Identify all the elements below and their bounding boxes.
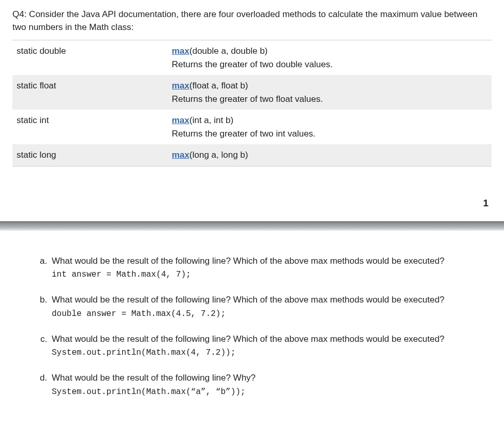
method-signature: (float a, float b) (189, 81, 248, 90)
subquestion-text: What would be the result of the followin… (52, 295, 444, 305)
method-link[interactable]: max (172, 150, 189, 160)
method-cell: max(float a, float b) Returns the greate… (168, 75, 492, 110)
table-row: static double max(double a, double b) Re… (12, 40, 492, 75)
subquestion-b: What would be the result of the followin… (50, 293, 492, 320)
table-row: static float max(float a, float b) Retur… (12, 75, 492, 110)
method-signature: (long a, long b) (189, 150, 248, 160)
method-signature: (int a, int b) (189, 115, 233, 125)
method-link[interactable]: max (172, 81, 189, 90)
subquestion-text: What would be the result of the followin… (52, 334, 444, 344)
modifier-cell: static double (12, 40, 168, 75)
modifier-cell: static int (12, 110, 168, 144)
table-row: static int max(int a, int b) Returns the… (12, 110, 492, 144)
subquestion-text: What would be the result of the followin… (52, 373, 256, 383)
code-line: System.out.println(Math.max(4, 7.2)); (52, 346, 492, 359)
method-desc: Returns the greater of two int values. (172, 129, 316, 139)
table-row: static long max(long a, long b) (12, 144, 492, 166)
page-2: What would be the result of the followin… (0, 231, 504, 398)
code-line: double answer = Math.max(4.5, 7.2); (52, 308, 492, 320)
modifier-cell: static long (12, 144, 168, 166)
subquestion-c: What would be the result of the followin… (50, 333, 492, 359)
subquestion-list: What would be the result of the followin… (12, 254, 492, 398)
method-link[interactable]: max (172, 46, 189, 56)
question-intro: Q4: Consider the Java API documentation,… (12, 8, 492, 34)
code-line: int answer = Math.max(4, 7); (52, 268, 492, 281)
method-desc: Returns the greater of two float values. (172, 94, 323, 104)
method-desc: Returns the greater of two double values… (172, 59, 333, 69)
method-link[interactable]: max (172, 115, 189, 125)
method-cell: max(double a, double b) Returns the grea… (168, 40, 492, 75)
method-cell: max(int a, int b) Returns the greater of… (168, 110, 492, 144)
subquestion-text: What would be the result of the followin… (52, 256, 444, 266)
page-1: Q4: Consider the Java API documentation,… (0, 0, 504, 221)
modifier-cell: static float (12, 75, 168, 110)
subquestion-d: What would be the result of the followin… (50, 371, 492, 398)
subquestion-a: What would be the result of the followin… (50, 254, 492, 281)
code-line: System.out.println(Math.max(“a”, “b”)); (52, 386, 492, 398)
api-table: static double max(double a, double b) Re… (12, 40, 492, 167)
method-cell: max(long a, long b) (168, 144, 492, 166)
page-divider (0, 221, 504, 231)
page-number: 1 (12, 167, 492, 221)
method-signature: (double a, double b) (189, 46, 268, 56)
